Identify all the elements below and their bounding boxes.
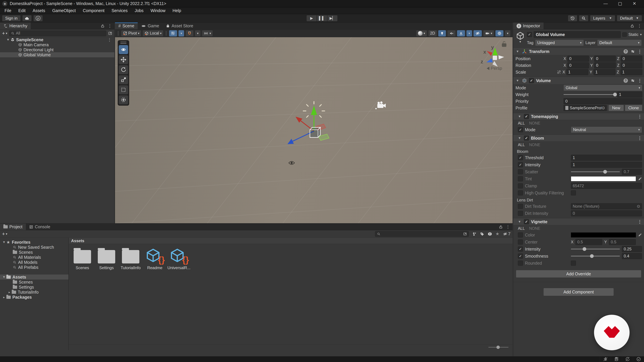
menu-gameobject[interactable]: GameObject bbox=[49, 7, 79, 14]
tab-console[interactable]: Console bbox=[26, 224, 54, 230]
object-picker-icon[interactable]: ⊙ bbox=[637, 204, 640, 209]
smoothness-field[interactable]: 0.4 bbox=[622, 253, 642, 259]
vignette-intensity-slider[interactable] bbox=[571, 246, 620, 252]
eyedropper-icon[interactable] bbox=[638, 233, 642, 237]
add-component-button[interactable]: Add Component bbox=[544, 288, 614, 296]
component-menu-icon[interactable]: ⋮ bbox=[638, 78, 642, 83]
menu-assets[interactable]: Assets bbox=[29, 7, 49, 14]
param-checkbox[interactable]: ✓ bbox=[518, 247, 523, 252]
none-button[interactable]: NONE bbox=[529, 121, 540, 125]
presets-icon[interactable] bbox=[630, 49, 635, 54]
param-checkbox[interactable] bbox=[518, 261, 523, 266]
tab-game[interactable]: Game bbox=[138, 22, 162, 29]
tonemapping-header[interactable]: ▼ ✓ Tonemapping ⋮ bbox=[513, 113, 644, 120]
lock-icon[interactable] bbox=[630, 24, 634, 28]
tree-row-tutorialinfo[interactable]: ▸ TutorialInfo bbox=[0, 290, 68, 295]
favorites-star-icon[interactable]: ★ bbox=[496, 231, 499, 237]
param-checkbox[interactable] bbox=[518, 190, 523, 195]
overlay-grip[interactable] bbox=[166, 31, 167, 36]
tree-row-packages[interactable]: ▸ Packages bbox=[0, 295, 68, 300]
panel-menu-icon[interactable]: ⋮ bbox=[506, 224, 510, 229]
none-button[interactable]: NONE bbox=[529, 143, 540, 147]
scatter-value-field[interactable]: 0.7 bbox=[622, 169, 642, 175]
rotate-tool-button[interactable] bbox=[119, 65, 128, 74]
help-icon[interactable]: ? bbox=[624, 49, 628, 54]
scale-x-field[interactable]: 1 bbox=[566, 69, 588, 75]
open-new-window-icon[interactable] bbox=[108, 31, 112, 35]
object-name-field[interactable]: Global Volume bbox=[534, 31, 621, 38]
tint-color-swatch[interactable] bbox=[571, 176, 636, 181]
param-checkbox[interactable] bbox=[518, 176, 523, 181]
component-menu-icon[interactable]: ⋮ bbox=[638, 49, 642, 54]
param-checkbox[interactable] bbox=[518, 232, 523, 238]
snap-increment-button[interactable] bbox=[186, 30, 194, 36]
lock-icon[interactable] bbox=[499, 225, 503, 229]
profile-new-button[interactable]: New bbox=[608, 105, 624, 111]
pivot-mode-dropdown[interactable]: Pivot▾ bbox=[121, 30, 141, 36]
hierarchy-row-main-camera[interactable]: Main Camera bbox=[0, 42, 114, 47]
tab-hierarchy[interactable]: Hierarchy bbox=[0, 22, 31, 29]
tab-project[interactable]: Project bbox=[0, 224, 26, 230]
expander-icon[interactable]: ▼ bbox=[515, 79, 520, 82]
position-y-field[interactable]: 0 bbox=[594, 56, 616, 62]
tonemapping-mode-dropdown[interactable]: Neutral▾ bbox=[571, 126, 642, 133]
weight-value-field[interactable]: 1 bbox=[617, 91, 642, 97]
param-checkbox[interactable]: ✓ bbox=[518, 127, 523, 132]
all-button[interactable]: ALL bbox=[518, 226, 525, 231]
all-button[interactable]: ALL bbox=[518, 143, 525, 147]
layers-dropdown[interactable]: Layers▼ bbox=[590, 15, 615, 21]
expander-icon[interactable]: ▼ bbox=[517, 220, 522, 224]
param-checkbox[interactable] bbox=[518, 169, 523, 174]
gizmos-toggle[interactable] bbox=[496, 30, 504, 36]
panel-menu-icon[interactable]: ⋮ bbox=[637, 23, 642, 28]
smoothness-slider[interactable] bbox=[571, 253, 620, 259]
menu-file[interactable]: File bbox=[1, 7, 15, 14]
scene-effects-toggle[interactable] bbox=[457, 30, 465, 36]
overlay-drag-handle[interactable] bbox=[120, 42, 126, 44]
handle-space-dropdown[interactable]: Local▾ bbox=[142, 30, 163, 36]
expander-icon[interactable]: ▼ bbox=[517, 136, 522, 140]
bloom-header[interactable]: ▼ ✓ Bloom ⋮ bbox=[513, 135, 644, 142]
asset-item-universalrp[interactable]: {} UniversalR... bbox=[167, 247, 191, 270]
snap-increment-options[interactable]: ▾ bbox=[195, 30, 200, 36]
menu-help[interactable]: Help bbox=[169, 7, 185, 14]
hierarchy-search-input[interactable]: All bbox=[9, 30, 106, 36]
override-enabled-checkbox[interactable]: ✓ bbox=[524, 219, 529, 224]
search-everywhere-button[interactable] bbox=[579, 15, 588, 21]
pause-button[interactable]: ▌▌ bbox=[317, 15, 327, 21]
grid-snapping-toggle[interactable]: Y bbox=[169, 30, 177, 36]
open-new-window-icon[interactable] bbox=[463, 232, 467, 236]
add-override-button[interactable]: Add Override bbox=[516, 270, 641, 278]
plastic-scm-button[interactable]: p bbox=[33, 15, 43, 21]
tree-row-all-materials[interactable]: All Materials bbox=[0, 255, 68, 260]
rotation-z-field[interactable]: 0 bbox=[621, 62, 642, 68]
all-button[interactable]: ALL bbox=[518, 121, 525, 125]
tag-dropdown[interactable]: Untagged▾ bbox=[535, 39, 584, 46]
scene-audio-toggle[interactable] bbox=[447, 30, 456, 36]
tree-row-assets[interactable]: ▼ Assets bbox=[0, 275, 68, 280]
tree-row-fav-scenes[interactable]: Scenes bbox=[0, 250, 68, 255]
center-y-field[interactable]: 0.5 bbox=[609, 239, 636, 245]
override-menu-icon[interactable]: ⋮ bbox=[638, 136, 642, 141]
active-checkbox[interactable]: ✓ bbox=[527, 32, 532, 37]
clamp-field[interactable]: 65472 bbox=[571, 183, 642, 189]
tree-row-new-saved-search[interactable]: New Saved Search bbox=[0, 245, 68, 250]
project-search-input[interactable] bbox=[375, 231, 469, 237]
scene-lighting-toggle[interactable] bbox=[438, 30, 446, 36]
grid-snapping-options[interactable]: ▾ bbox=[178, 30, 184, 36]
hidden-count-toggle[interactable]: 7 bbox=[503, 231, 510, 237]
param-checkbox[interactable] bbox=[518, 240, 523, 245]
progress-ok-indicator[interactable] bbox=[633, 356, 644, 362]
expander-icon[interactable]: ▼ bbox=[517, 115, 522, 118]
help-icon[interactable]: ? bbox=[624, 78, 628, 83]
icon-picker-caret[interactable]: ▾ bbox=[520, 40, 521, 43]
scatter-slider[interactable] bbox=[571, 169, 620, 175]
dirt-texture-object-field[interactable]: None (Texture) ⊙ bbox=[571, 203, 642, 209]
param-checkbox[interactable] bbox=[518, 211, 523, 216]
tree-row-all-prefabs[interactable]: All Prefabs bbox=[0, 265, 68, 270]
panel-menu-icon[interactable]: ⋮ bbox=[108, 23, 112, 28]
scene-effects-options[interactable]: ▾ bbox=[466, 30, 472, 36]
profile-object-field[interactable]: SampleSceneProfile ⊙ bbox=[564, 105, 607, 111]
layer-dropdown[interactable]: Default▾ bbox=[597, 39, 642, 46]
undo-history-button[interactable] bbox=[568, 15, 577, 21]
